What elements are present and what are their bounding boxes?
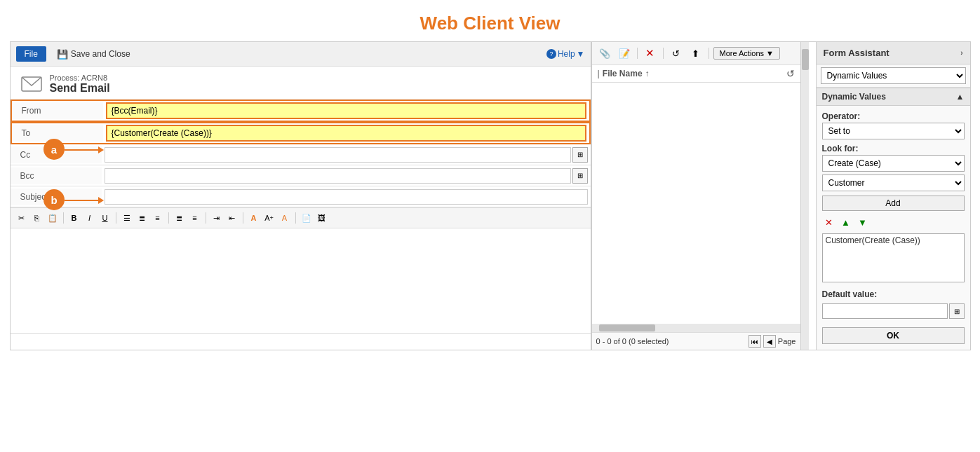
fa-default-input[interactable] [822, 303, 948, 319]
rte-outdent-button[interactable]: ⇤ [225, 211, 239, 225]
fa-delete-button[interactable]: ✕ [822, 215, 836, 229]
fa-list-box[interactable]: Customer(Create (Case)) [822, 233, 965, 282]
rte-image-button[interactable]: 🖼 [315, 211, 329, 225]
file-name-header: | File Name ↑ ↺ [592, 65, 800, 83]
from-input[interactable] [106, 102, 586, 119]
att-sep2 [663, 48, 664, 59]
delete-button[interactable]: ✕ [642, 46, 659, 61]
file-list-area [592, 83, 800, 324]
rte-italic-button[interactable]: I [83, 211, 97, 225]
vertical-scrollbar-thumb[interactable] [802, 49, 809, 70]
fa-default-value-label: Default value: [822, 289, 965, 299]
fa-actions-row: ✕ ▲ ▼ [822, 215, 965, 229]
lookup-icon: ⊞ [577, 151, 583, 158]
from-label: From [12, 102, 103, 119]
rte-underline-button[interactable]: U [98, 211, 112, 225]
attachment-section: 📎 📝 ✕ ↺ ⬆ [591, 42, 816, 350]
fa-list-item: Customer(Create (Case)) [826, 235, 961, 245]
horizontal-scrollbar[interactable] [592, 324, 800, 332]
email-icon [20, 75, 43, 93]
fa-section-collapse-icon[interactable]: ▲ [956, 92, 965, 102]
fa-add-button[interactable]: Add [822, 196, 965, 211]
process-title: Send Email [50, 82, 110, 95]
rte-font-color-button[interactable]: A [278, 211, 292, 225]
rte-toolbar: ✂ ⎘ 📋 B I U ☰ ≣ ≡ ≣ ≡ ⇥ ⇤ A A+ A [11, 207, 591, 228]
refresh-records-button[interactable]: ↺ [668, 46, 685, 61]
fa-lookfor-select2[interactable]: Customer [822, 174, 965, 191]
vertical-scrollbar[interactable] [800, 42, 809, 350]
first-page-button[interactable]: ⏮ [749, 335, 761, 348]
bcc-row: Bcc ⊞ [11, 165, 591, 186]
fa-operator-select[interactable]: Set to [822, 123, 965, 139]
save-icon: 💾 [57, 49, 68, 60]
fa-move-down-button[interactable]: ▼ [856, 215, 870, 229]
rte-align-left-button[interactable]: ☰ [120, 211, 134, 225]
form-assistant-header: Form Assistant › [817, 42, 970, 64]
fa-lookfor-select1[interactable]: Create (Case) [822, 155, 965, 172]
more-actions-button[interactable]: More Actions ▼ [713, 47, 780, 60]
more-actions-chevron-icon: ▼ [766, 49, 774, 57]
export-button[interactable]: ⬆ [687, 46, 704, 61]
process-header: Process: ACRN8 Send Email [11, 67, 591, 100]
fa-type-select[interactable]: Dynamic Values [821, 67, 966, 84]
editor-area[interactable] [11, 228, 591, 334]
from-input-wrap [103, 101, 589, 121]
rte-ordered-list-button[interactable]: ≣ [173, 211, 187, 225]
subject-input[interactable] [105, 189, 588, 205]
arrow-a [65, 149, 100, 151]
fa-default-input-wrap: ⊞ [822, 303, 965, 319]
file-name-label: File Name [603, 69, 643, 78]
fa-operator-label: Operator: [822, 111, 965, 121]
bcc-label: Bcc [11, 167, 102, 184]
fa-dropdown-row: Dynamic Values [817, 64, 970, 88]
toolbar: File 💾 Save and Close ? Help ▼ [11, 42, 591, 67]
fa-move-up-button[interactable]: ▲ [839, 215, 853, 229]
header-refresh-button[interactable]: ↺ [786, 68, 795, 79]
form-assistant-expand-icon[interactable]: › [960, 49, 962, 57]
cc-row: Cc ⊞ [11, 144, 591, 165]
bcc-input[interactable] [105, 168, 571, 184]
refresh-icon: ↺ [672, 48, 680, 59]
page-label: Page [778, 337, 796, 345]
help-button[interactable]: ? Help ▼ [546, 49, 585, 59]
sort-indicator: | [598, 69, 600, 78]
file-button[interactable]: File [16, 46, 46, 62]
subject-row: Subject [11, 186, 591, 207]
main-container: File 💾 Save and Close ? Help ▼ [10, 41, 971, 350]
rte-paste-button[interactable]: 📋 [46, 211, 60, 225]
fa-ok-button[interactable]: OK [822, 327, 965, 344]
rte-unordered-list-button[interactable]: ≡ [188, 211, 202, 225]
cc-lookup-button[interactable]: ⊞ [572, 147, 588, 163]
horizontal-scrollbar-thumb[interactable] [599, 324, 655, 331]
fa-lookfor-label: Look for: [822, 144, 965, 153]
process-label: Process: ACRN8 [50, 74, 110, 82]
rte-font-size-button[interactable]: A [247, 211, 261, 225]
fa-operator-section: Operator: Set to [822, 111, 965, 139]
rte-font-up-button[interactable]: A+ [262, 211, 276, 225]
lookup-icon: ⊞ [577, 172, 583, 179]
rte-template-button[interactable]: 📄 [300, 211, 314, 225]
to-input-wrap [103, 123, 589, 143]
help-icon: ? [546, 49, 556, 59]
rte-cut-button[interactable]: ✂ [15, 211, 29, 225]
rte-align-right-button[interactable]: ≡ [151, 211, 165, 225]
bcc-lookup-button[interactable]: ⊞ [572, 168, 588, 184]
rte-align-center-button[interactable]: ≣ [135, 211, 149, 225]
cc-input[interactable] [105, 147, 571, 163]
fa-default-lookup-button[interactable]: ⊞ [949, 303, 965, 319]
attach-file-button[interactable]: 📎 [596, 46, 613, 61]
prev-page-button[interactable]: ◀ [763, 335, 776, 348]
attachment-toolbar: 📎 📝 ✕ ↺ ⬆ [592, 42, 800, 65]
to-input[interactable] [106, 125, 586, 142]
att-sep1 [637, 48, 638, 59]
cc-input-wrap: ⊞ [102, 146, 591, 164]
fa-lookfor-section: Look for: Create (Case) Customer [822, 144, 965, 191]
rte-indent-button[interactable]: ⇥ [210, 211, 224, 225]
rte-sep4 [206, 212, 206, 224]
bcc-input-wrap: ⊞ [102, 167, 591, 185]
rte-copy-button[interactable]: ⎘ [30, 211, 44, 225]
insert-template-button[interactable]: 📝 [616, 46, 633, 61]
rte-bold-button[interactable]: B [67, 211, 81, 225]
save-close-button[interactable]: 💾 Save and Close [52, 47, 135, 62]
email-form: From To Cc [11, 100, 591, 207]
